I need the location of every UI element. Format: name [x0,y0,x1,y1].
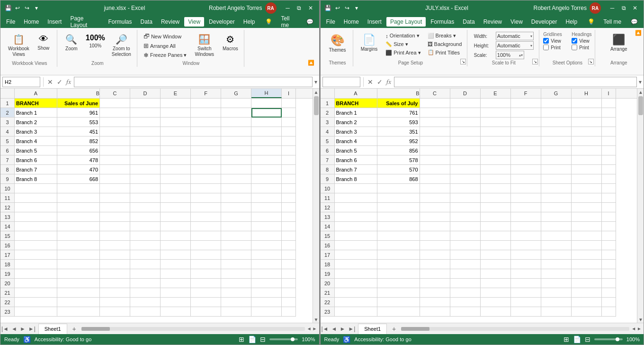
left-col-h[interactable]: H [251,89,282,98]
left-cell-b3[interactable]: 553 [57,118,100,127]
right-row-11[interactable]: 11 [321,193,334,203]
right-row-21[interactable]: 21 [321,288,334,298]
right-cell-i1[interactable] [602,99,616,108]
right-row-1[interactable]: 1 [321,99,334,108]
right-cell-f5[interactable] [511,136,541,146]
right-cell-d9[interactable] [450,174,481,184]
left-cell-a2[interactable]: Branch 1 [15,108,57,118]
right-row-12[interactable]: 12 [321,203,334,212]
left-cell-g8[interactable] [221,165,251,174]
right-cell-b7[interactable]: 578 [377,155,420,165]
right-row-19[interactable]: 19 [321,269,334,279]
left-cell-i8[interactable] [282,165,296,174]
right-cell-e5[interactable] [481,136,511,146]
right-cell-g1[interactable] [541,99,572,108]
right-row-2[interactable]: 2 [321,108,334,118]
left-cell-c5[interactable] [100,136,130,146]
left-tab-next-button[interactable]: ► [19,325,27,333]
left-col-g[interactable]: G [221,89,251,98]
left-cell-a7[interactable]: Branch 6 [15,155,57,165]
right-row-4[interactable]: 4 [321,127,334,136]
right-cell-c5[interactable] [420,136,450,146]
left-cell-b1[interactable]: Sales of June [57,99,100,108]
left-row-5[interactable]: 5 [0,136,14,146]
right-cell-f1[interactable] [511,99,541,108]
right-cell-b9[interactable]: 868 [377,174,420,184]
right-cell-d1[interactable] [450,99,481,108]
right-tab-first-button[interactable]: |◄ [321,325,330,333]
right-cell-e1[interactable] [481,99,511,108]
right-col-f[interactable]: F [511,89,541,98]
right-cell-h3[interactable] [572,118,602,127]
right-row-17[interactable]: 17 [321,250,334,260]
left-cell-d6[interactable] [130,146,161,155]
right-row-9[interactable]: 9 [321,174,334,184]
left-cell-f7[interactable] [191,155,221,165]
left-row-12[interactable]: 12 [0,203,14,212]
right-cell-a6[interactable]: Branch 5 [335,146,377,155]
right-cell-e8[interactable] [481,165,511,174]
left-cell-d1[interactable] [130,99,161,108]
left-cell-c3[interactable] [100,118,130,127]
left-formula-expand-icon[interactable]: ▾ [314,79,317,85]
left-col-f[interactable]: F [191,89,221,98]
left-row-21[interactable]: 21 [0,288,14,298]
right-undo-icon[interactable]: ↩ [334,4,341,12]
right-cell-b8[interactable]: 570 [377,165,420,174]
left-tab-prev-button[interactable]: ◄ [10,325,18,333]
right-insert-function-icon[interactable]: 𝑓𝑥 [385,77,392,87]
left-cell-d4[interactable] [130,127,161,136]
left-cell-b5[interactable]: 852 [57,136,100,146]
left-cell-a9[interactable]: Branch 8 [15,174,57,184]
left-comments-icon[interactable]: 💬 [303,17,317,27]
right-cancel-formula-icon[interactable]: ✕ [367,77,374,87]
left-cell-i6[interactable] [282,146,296,155]
right-menu-home[interactable]: Home [340,17,363,27]
left-avatar[interactable]: RA [265,2,277,14]
left-cell-g7[interactable] [221,155,251,165]
left-add-sheet-button[interactable]: + [69,324,80,334]
right-add-sheet-button[interactable]: + [389,324,399,334]
left-cell-h1[interactable] [251,99,282,108]
left-menu-developer[interactable]: Developer [205,17,239,27]
right-cell-a8[interactable]: Branch 7 [335,165,377,174]
left-cell-f3[interactable] [191,118,221,127]
left-lightbulb-icon[interactable]: 💡 [261,17,276,27]
right-tab-last-button[interactable]: ►| [347,325,356,333]
right-col-a[interactable]: A [335,89,377,98]
right-confirm-formula-icon[interactable]: ✓ [376,77,384,87]
zoom-button[interactable]: 🔍 Zoom [61,32,82,54]
right-cell-f8[interactable] [511,165,541,174]
right-cell-h4[interactable] [572,127,602,136]
right-row-15[interactable]: 15 [321,231,334,241]
left-cell-e5[interactable] [161,136,191,146]
right-cell-b6[interactable]: 856 [377,146,420,155]
right-vertical-scrollbar[interactable]: ▲ ▼ [637,99,644,317]
confirm-formula-icon[interactable]: ✓ [56,77,63,87]
right-normal-view-button[interactable]: ⊞ [564,336,569,343]
right-cell-d7[interactable] [450,155,481,165]
left-cell-c7[interactable] [100,155,130,165]
redo-icon[interactable]: ↪ [23,4,31,12]
right-cell-h8[interactable] [572,165,602,174]
headings-print-checkbox[interactable] [572,45,577,50]
left-cell-a3[interactable]: Branch 2 [15,118,57,127]
left-cell-i2[interactable] [282,108,296,118]
left-row-22[interactable]: 22 [0,298,14,307]
left-row-4[interactable]: 4 [0,127,14,136]
left-row-16[interactable]: 16 [0,241,14,250]
right-lightbulb-icon[interactable]: 💡 [584,17,599,27]
left-cell-h4[interactable] [251,127,282,136]
background-button[interactable]: 🖼 Background [425,40,465,48]
right-cell-b1[interactable]: Sales of July [377,99,420,108]
left-row-14[interactable]: 14 [0,222,14,231]
right-cell-f6[interactable] [511,146,541,155]
right-hscroll-left-button[interactable]: ◄ [631,326,636,331]
left-cell-g9[interactable] [221,174,251,184]
macros-button[interactable]: ⚙ Macros [220,32,241,54]
left-cell-i3[interactable] [282,118,296,127]
right-cell-e2[interactable] [481,108,511,118]
right-row-6[interactable]: 6 [321,146,334,155]
page-setup-expand-button[interactable]: ↘ [460,59,466,64]
right-cell-g3[interactable] [541,118,572,127]
